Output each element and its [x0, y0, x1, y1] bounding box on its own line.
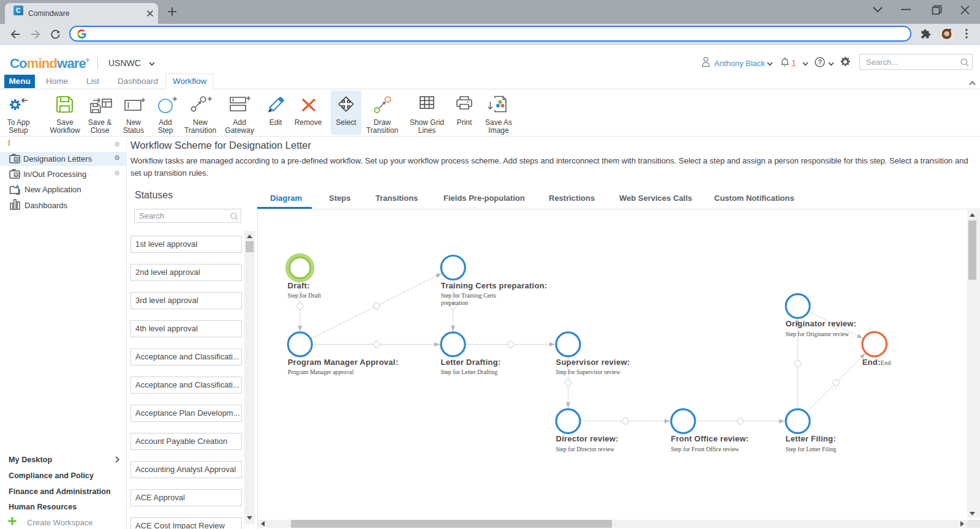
svg-text:Letter Filing:: Letter Filing: — [786, 434, 836, 443]
svg-text:Front Office review:: Front Office review: — [671, 434, 748, 443]
svg-text:C: C — [16, 7, 20, 14]
svg-text:Director review:: Director review: — [556, 434, 619, 443]
svg-text:Step for Director review: Step for Director review — [556, 446, 615, 452]
svg-text:Step for Originator review: Step for Originator review — [786, 331, 850, 337]
svg-text:Program Manager approval: Program Manager approval — [288, 369, 354, 375]
svg-text:Draft:: Draft: — [288, 281, 310, 290]
svg-text:Step for Letter Filing: Step for Letter Filing — [786, 446, 837, 452]
svg-text:Step for Front Office review: Step for Front Office review — [671, 446, 739, 452]
svg-text:End:End: End:End — [862, 358, 891, 367]
svg-text:Step for Letter Drafting: Step for Letter Drafting — [441, 369, 498, 375]
svg-text:preparation: preparation — [441, 299, 469, 306]
svg-text:Step for Supervisor review: Step for Supervisor review — [556, 369, 621, 375]
svg-text:Originator review:: Originator review: — [786, 319, 857, 328]
svg-text:Step for Draft: Step for Draft — [288, 292, 322, 299]
svg-text:Letter Drafting:: Letter Drafting: — [441, 358, 501, 367]
svg-text:Supervisor review:: Supervisor review: — [556, 358, 630, 367]
svg-text:Program Manager Approval:: Program Manager Approval: — [288, 358, 399, 367]
svg-text:Training Certs preparation:: Training Certs preparation: — [441, 281, 548, 290]
svg-text:?: ? — [818, 58, 822, 66]
svg-text:Step for Training Certs: Step for Training Certs — [441, 292, 496, 299]
